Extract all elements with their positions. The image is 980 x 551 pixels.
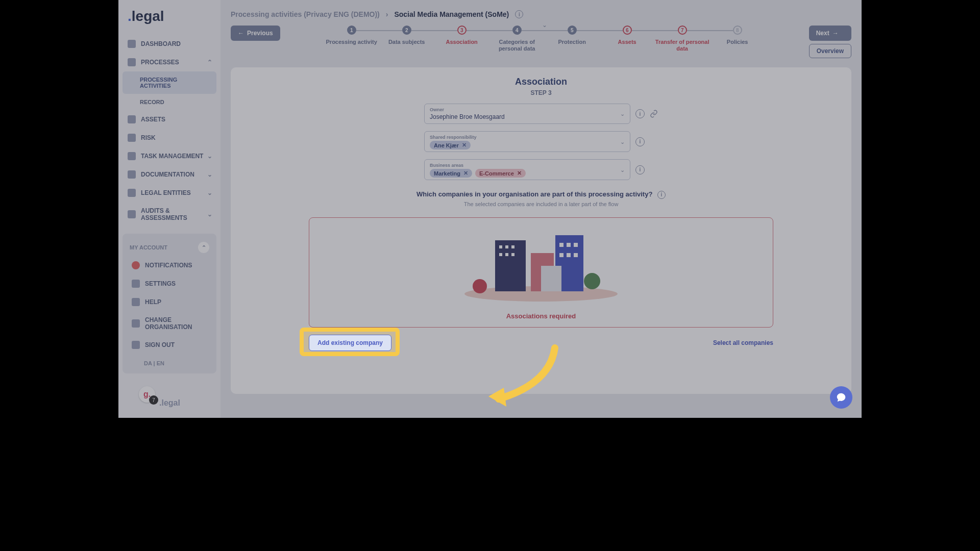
nav-label: RECORD: [140, 99, 164, 105]
nav-assets[interactable]: ASSETS: [118, 110, 220, 129]
select-all-companies-link[interactable]: Select all companies: [713, 339, 773, 346]
business-areas-select[interactable]: Business areas Marketing✕ E-Commerce✕ ⌄: [424, 159, 630, 180]
svg-rect-6: [505, 245, 508, 248]
sidebar: .legal DASHBOARD PROCESSES⌃ PROCESSING A…: [118, 0, 220, 418]
step-circle: 1: [347, 26, 356, 35]
associations-empty-box: Associations required: [309, 217, 773, 328]
shared-label: Shared responsibility: [430, 135, 625, 140]
nav-label: TASK MANAGEMENT: [141, 153, 203, 160]
audits-icon: [128, 210, 136, 218]
nav-label: PROCESSES: [141, 59, 179, 66]
svg-rect-14: [559, 253, 564, 257]
svg-rect-15: [567, 253, 571, 257]
owner-select[interactable]: Owner Josephine Broe Moesgaard ⌄: [424, 104, 630, 124]
step-label: Association: [446, 39, 477, 45]
svg-rect-5: [499, 245, 502, 248]
areas-label: Business areas: [430, 163, 625, 168]
nav-label: RISK: [141, 134, 156, 141]
dashboard-icon: [128, 40, 136, 48]
nav-label: AUDITS & ASSESSMENTS: [141, 207, 211, 221]
nav-processing-activities[interactable]: PROCESSING ACTIVITIES: [122, 71, 216, 94]
shared-responsibility-select[interactable]: Shared responsibility Ane Kjær✕ ⌄: [424, 131, 630, 152]
svg-rect-9: [505, 253, 508, 256]
step-label: Assets: [618, 39, 636, 45]
swap-icon: [132, 319, 140, 328]
svg-rect-13: [574, 243, 578, 247]
step-8[interactable]: 8Policies: [710, 26, 765, 45]
brand-logo: .legal: [128, 8, 220, 24]
nav-task-management[interactable]: TASK MANAGEMENT⌄: [118, 147, 220, 165]
info-icon[interactable]: i: [635, 137, 645, 146]
remove-chip-icon[interactable]: ✕: [463, 170, 468, 177]
footer-logo: .legal: [159, 398, 180, 408]
collapse-icon[interactable]: ⌃: [198, 242, 209, 253]
step-label: Categories of personal data: [489, 39, 545, 52]
chat-icon: [836, 392, 847, 403]
nav-label: LEGAL ENTITIES: [141, 189, 191, 196]
step-label: Policies: [727, 39, 748, 45]
nav-change-org[interactable]: CHANGE ORGANISATION: [122, 311, 216, 336]
nav-record[interactable]: RECORD: [118, 94, 220, 110]
breadcrumb-parent[interactable]: Processing activities (Privacy ENG (DEMO…: [231, 10, 380, 18]
remove-chip-icon[interactable]: ✕: [517, 170, 522, 177]
info-icon[interactable]: i: [635, 109, 645, 118]
shared-chip: Ane Kjær✕: [430, 141, 471, 149]
nav-documentation[interactable]: DOCUMENTATION⌄: [118, 165, 220, 184]
step-5[interactable]: 5Protection: [545, 26, 600, 45]
step-1[interactable]: 1Processing activity: [324, 26, 379, 45]
nav-settings[interactable]: SETTINGS: [122, 274, 216, 293]
sign-out-icon: [132, 341, 140, 349]
nav-label: ASSETS: [141, 116, 165, 123]
svg-point-18: [584, 273, 600, 289]
nav-help[interactable]: HELP: [122, 293, 216, 311]
svg-rect-11: [559, 243, 564, 247]
step-circle: 2: [402, 26, 411, 35]
nav-risk[interactable]: RISK: [118, 129, 220, 147]
legal-entities-icon: [128, 189, 136, 197]
chat-fab[interactable]: [830, 386, 852, 409]
nav-processes[interactable]: PROCESSES⌃: [118, 53, 220, 71]
step-circle: 6: [623, 26, 632, 35]
nav-notifications[interactable]: NOTIFICATIONS: [122, 256, 216, 274]
card-title: Association: [249, 77, 833, 87]
step-6[interactable]: 6Assets: [600, 26, 655, 45]
step-2[interactable]: 2Data subjects: [379, 26, 434, 45]
companies-question: Which companies in your organisation are…: [249, 190, 833, 199]
nav-sign-out[interactable]: SIGN OUT: [122, 336, 216, 354]
step-label: Data subjects: [388, 39, 425, 45]
area-chip: Marketing✕: [430, 169, 472, 178]
step-3[interactable]: 3Association: [434, 26, 489, 45]
step-7[interactable]: 7Transfer of personal data: [655, 26, 710, 52]
previous-button[interactable]: ← Previous: [231, 26, 280, 41]
link-icon[interactable]: [650, 110, 658, 118]
overview-button[interactable]: Overview: [809, 44, 851, 58]
main-content: Processing activities (Privacy ENG (DEMO…: [220, 0, 862, 418]
previous-label: Previous: [247, 30, 273, 37]
step-4[interactable]: 4Categories of personal data: [489, 26, 545, 52]
nav-label: SETTINGS: [145, 280, 176, 287]
language-switch[interactable]: DA | EN: [122, 354, 216, 366]
nav-legal-entities[interactable]: LEGAL ENTITIES⌄: [118, 184, 220, 202]
add-existing-company-button[interactable]: Add existing company: [309, 335, 391, 351]
area-chip: E-Commerce✕: [475, 169, 526, 178]
nav-audits[interactable]: AUDITS & ASSESSMENTS⌄: [118, 202, 220, 227]
task-icon: [128, 152, 136, 160]
card-step-label: STEP 3: [249, 89, 833, 96]
step-circle: 8: [733, 26, 742, 35]
chevron-down-icon: ⌄: [620, 166, 625, 173]
assets-icon: [128, 115, 136, 123]
chevron-down-icon: ⌄: [620, 111, 625, 117]
info-icon[interactable]: i: [515, 10, 523, 18]
svg-point-17: [473, 279, 487, 293]
bell-icon: [132, 261, 140, 269]
companies-subtext: The selected companies are included in a…: [249, 201, 833, 207]
nav-dashboard[interactable]: DASHBOARD: [118, 35, 220, 53]
association-card: Association STEP 3 Owner Josephine Broe …: [231, 67, 851, 394]
remove-chip-icon[interactable]: ✕: [462, 142, 467, 148]
nav-label: CHANGE ORGANISATION: [145, 316, 207, 331]
info-icon[interactable]: i: [657, 191, 666, 199]
next-button[interactable]: Next →: [809, 26, 851, 41]
svg-rect-4: [541, 266, 561, 291]
my-account-title: MY ACCOUNT: [130, 244, 167, 251]
info-icon[interactable]: i: [635, 165, 645, 174]
